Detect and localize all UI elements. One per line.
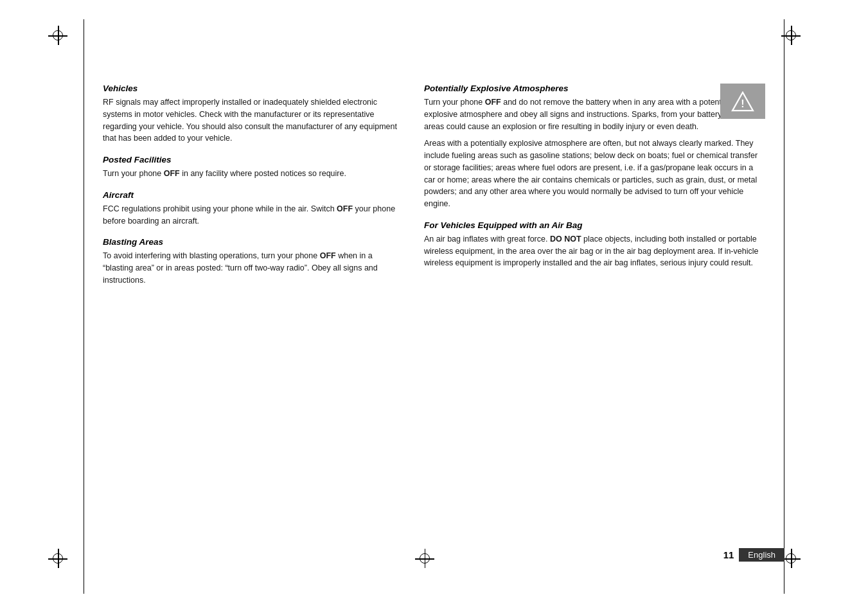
section-vehicles-body: RF signals may affect improperly install… [103, 96, 398, 145]
section-air-bag-title: For Vehicles Equipped with an Air Bag [424, 220, 765, 230]
section-blasting-areas: Blasting Areas To avoid interfering with… [103, 237, 398, 286]
section-posted-facilities-title: Posted Facilities [103, 155, 398, 164]
left-column: Vehicles RF signals may affect improperl… [103, 84, 398, 542]
reg-mark-top-right [791, 35, 810, 55]
section-posted-facilities-body: Turn your phone OFF in any facility wher… [103, 168, 398, 180]
section-blasting-areas-body: To avoid interfering with blasting opera… [103, 250, 398, 286]
warning-triangle-icon: ! [731, 91, 754, 112]
section-blasting-areas-title: Blasting Areas [103, 237, 398, 247]
language-badge: English [739, 548, 784, 562]
section-vehicles-title: Vehicles [103, 84, 398, 93]
section-explosive-atmospheres: Potentially Explosive Atmospheres Turn y… [424, 84, 765, 210]
warning-box: ! [720, 84, 765, 119]
page-footer: 11 English [723, 548, 784, 562]
section-posted-facilities: Posted Facilities Turn your phone OFF in… [103, 155, 398, 180]
content-area: Vehicles RF signals may affect improperl… [103, 84, 765, 542]
border-right [784, 19, 784, 594]
reg-mark-top-left [58, 35, 77, 55]
section-aircraft: Aircraft FCC regulations prohibit using … [103, 190, 398, 227]
page-number: 11 [723, 549, 734, 560]
reg-mark-bottom-right [791, 558, 810, 578]
section-explosive-body2: Areas with a potentially explosive atmos… [424, 138, 765, 210]
border-left [84, 19, 84, 594]
reg-mark-bottom-center [425, 558, 444, 578]
svg-text:!: ! [741, 98, 744, 109]
section-air-bag-body: An air bag inflates with great force. DO… [424, 233, 765, 269]
section-air-bag: For Vehicles Equipped with an Air Bag An… [424, 220, 765, 269]
section-aircraft-body: FCC regulations prohibit using your phon… [103, 203, 398, 227]
right-column: ! Potentially Explosive Atmospheres Turn… [424, 84, 765, 542]
section-explosive-title: Potentially Explosive Atmospheres [424, 84, 765, 93]
section-explosive-body1: Turn your phone OFF and do not remove th… [424, 96, 765, 132]
section-vehicles: Vehicles RF signals may affect improperl… [103, 84, 398, 145]
reg-mark-bottom-left [58, 558, 77, 578]
section-aircraft-title: Aircraft [103, 190, 398, 200]
